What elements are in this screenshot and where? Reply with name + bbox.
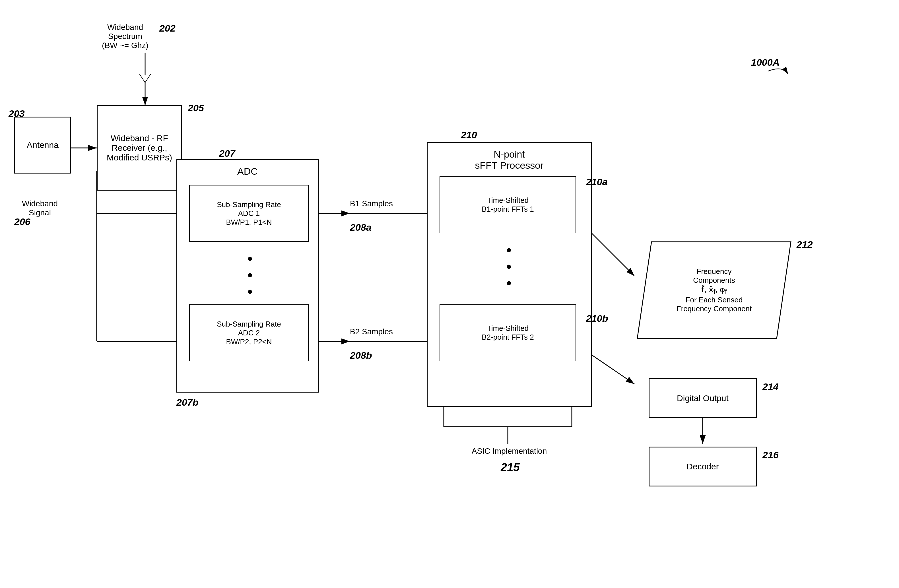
sfft-sub1-box: Time-ShiftedB1-point FFTs 1 xyxy=(440,176,576,233)
sfft-sub2-label: Time-ShiftedB2-point FFTs 2 xyxy=(482,324,534,342)
sfft-label: N-pointsFFT Processor xyxy=(475,149,544,171)
adc-sub2-label: Sub-Sampling RateADC 2BW/P2, P2<N xyxy=(217,320,281,346)
wideband-rf-label: Wideband - RFReceiver (e.g.,Modified USR… xyxy=(107,133,172,162)
b1-samples-label: B1 Samples xyxy=(350,199,393,208)
ref-212: 212 xyxy=(797,239,813,250)
ref-210b: 210b xyxy=(586,313,608,324)
decoder-box: Decoder xyxy=(649,447,757,486)
sfft-sub2-box: Time-ShiftedB2-point FFTs 2 xyxy=(440,304,576,361)
antenna-box: Antenna xyxy=(14,117,71,173)
sfft-sub1-label: Time-ShiftedB1-point FFTs 1 xyxy=(482,196,534,214)
ref-207: 207 xyxy=(219,148,235,159)
adc-sub2-box: Sub-Sampling RateADC 2BW/P2, P2<N xyxy=(189,304,309,361)
ref-208b: 208b xyxy=(350,350,372,361)
b2-samples-label: B2 Samples xyxy=(350,327,393,336)
ref-214: 214 xyxy=(762,381,779,392)
asic-label: ASIC Implementation xyxy=(427,447,592,456)
ref-203: 203 xyxy=(9,108,25,119)
sfft-dots: ••• xyxy=(507,242,511,291)
ref-207b: 207b xyxy=(176,397,199,408)
adc-sub1-label: Sub-Sampling RateADC 1BW/P1, P1<N xyxy=(217,200,281,227)
freq-components-box: FrequencyComponents f̂, x̂f, φf For Each… xyxy=(635,239,794,341)
digital-output-box: Digital Output xyxy=(649,378,757,418)
adc-label: ADC xyxy=(237,166,258,177)
ref-210a: 210a xyxy=(586,176,608,187)
antenna-label: Antenna xyxy=(27,140,59,150)
wideband-spectrum-label: WidebandSpectrum(BW ~= Ghz) xyxy=(97,23,154,50)
ref-202: 202 xyxy=(159,23,176,34)
adc-sub1-box: Sub-Sampling RateADC 1BW/P1, P1<N xyxy=(189,185,309,242)
wideband-signal-label: WidebandSignal xyxy=(14,199,65,217)
ref-205: 205 xyxy=(188,102,204,114)
wideband-rf-box: Wideband - RFReceiver (e.g.,Modified USR… xyxy=(97,105,182,191)
decoder-label: Decoder xyxy=(686,462,718,471)
ref-1000A: 1000A xyxy=(751,57,780,68)
ref-216: 216 xyxy=(762,449,779,461)
freq-components-content: FrequencyComponents f̂, x̂f, φf For Each… xyxy=(673,264,754,316)
digital-output-label: Digital Output xyxy=(677,394,729,403)
ref-208a: 208a xyxy=(350,222,372,233)
svg-marker-3 xyxy=(139,74,151,82)
ref-210: 210 xyxy=(461,130,477,140)
ref-215: 215 xyxy=(501,461,520,474)
adc-dots: ••• xyxy=(247,250,253,300)
ref-206: 206 xyxy=(14,216,31,227)
